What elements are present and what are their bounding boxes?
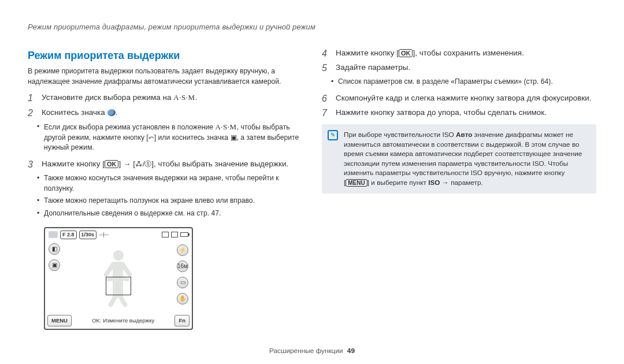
step-text: Нажмите кнопку [ [336,49,399,57]
step-5: 5 Задайте параметры. [322,62,596,73]
note-text: При выборе чувствительности ISO [344,131,456,139]
arrow-icon: → [440,179,451,187]
note-text: параметр. [451,179,483,187]
flash-mode-icon: ⚡ [177,244,188,256]
info-note: ✎ При выборе чувствительности ISO Авто з… [322,124,596,193]
substep: Также можно коснуться значения выдержки … [44,173,302,194]
step-text: Коснитесь значка [42,108,107,117]
stabilizer-icon: ✋ [177,293,188,304]
left-column: Режим приоритета выдержки В режиме приор… [28,48,302,330]
battery-icon [180,232,188,237]
step-text: ], чтобы выбрать значение выдержки. [151,159,288,168]
card-icon [171,232,178,237]
asm-icon: A·S·M [215,122,236,131]
step-number: 6 [322,93,330,104]
scene-circle-icon: ▣ [49,259,60,271]
back-icon: ⤺ [148,133,154,142]
step-number: 5 [322,62,330,73]
step-text: Нажмите кнопку затвора до упора, чтобы с… [336,107,596,118]
section-title: Режим приоритета выдержки [28,48,302,63]
step-text: Установите диск выбора режима на [42,93,173,102]
aperture-value: F 2.8 [60,231,77,239]
step-number: 1 [28,92,36,103]
step-number: 3 [28,159,36,170]
ok-button-icon: OK [399,49,413,57]
shutter-value: 1/30s [79,231,97,239]
af-icon: ▭ [177,277,188,288]
ok-button-icon: OK [105,160,119,168]
flash-timer-icon: ꗈ/ⓢ [135,160,151,168]
step-text: . [116,108,118,117]
note-text: ] и выберите пункт [367,179,428,187]
camera-preview: F 2.8 1/30s ·····|····· ◧ ▣ [44,227,302,330]
step-4: 4 Нажмите кнопку [OK], чтобы сохранить и… [322,48,596,59]
step-1: 1 Установите диск выбора режима на A·S·M… [28,92,302,103]
step-text: Скомпонуйте кадр и слегка нажмите кнопку… [336,93,596,104]
iso-label: ISO [428,179,440,187]
storage-icon [162,232,169,237]
substep: Список параметров см. в разделе «Парамет… [338,77,596,87]
menu-soft-button: MENU [47,315,72,326]
mode-disk-icon [107,109,116,116]
step-6: 6 Скомпонуйте кадр и слегка нажмите кноп… [322,93,596,104]
substep-text: Если диск выбора режима установлен в пол… [44,123,215,131]
step-text: Нажмите кнопку [ [42,159,105,168]
substep: Дополнительные сведения о выдержке см. н… [44,209,302,219]
note-icon: ✎ [328,130,338,140]
page-footer: Расширенные функции 49 [0,346,624,356]
step-number: 4 [322,48,330,59]
step-text: Задайте параметры. [336,62,596,73]
mode-tile-icon: ▣ [231,133,237,142]
status-text: OK: Измените выдержку [92,317,154,325]
substep-text: ] или коснитесь значка [154,133,231,142]
substep: Если диск выбора режима установлен в пол… [44,122,302,153]
step-7: 7 Нажмите кнопку затвора до упора, чтобы… [322,107,596,118]
fn-soft-button: Fn [174,315,190,326]
step-text: ], чтобы сохранить изменения. [413,49,524,57]
mode-circle-icon: ◧ [49,243,60,255]
menu-button-icon: MENU [346,179,367,187]
breadcrumb: Режим приоритета диафрагмы, режим приори… [28,22,596,33]
step-2: 2 Коснитесь значка . [28,107,302,118]
step-number: 7 [322,107,330,118]
page-number: 49 [347,347,355,355]
intro-text: В режиме приоритета выдержки пользовател… [28,66,302,87]
exposure-meter: ·····|····· [99,231,108,239]
step-3: 3 Нажмите кнопку [OK] → [ꗈ/ⓢ], чтобы выб… [28,159,302,170]
substep: Также можно перетащить ползунок на экран… [44,196,302,206]
focus-area [106,277,131,295]
step-number: 2 [28,107,36,118]
step-text: ] → [ [118,159,135,168]
footer-label: Расширенные функции [269,347,343,355]
asm-icon: A·S·M [173,93,195,102]
size-icon: 16м [177,261,188,272]
iso-auto: Авто [456,131,472,139]
step-text: . [195,93,198,102]
right-column: 4 Нажмите кнопку [OK], чтобы сохранить и… [322,48,596,330]
smart-indicator-icon [49,231,58,238]
